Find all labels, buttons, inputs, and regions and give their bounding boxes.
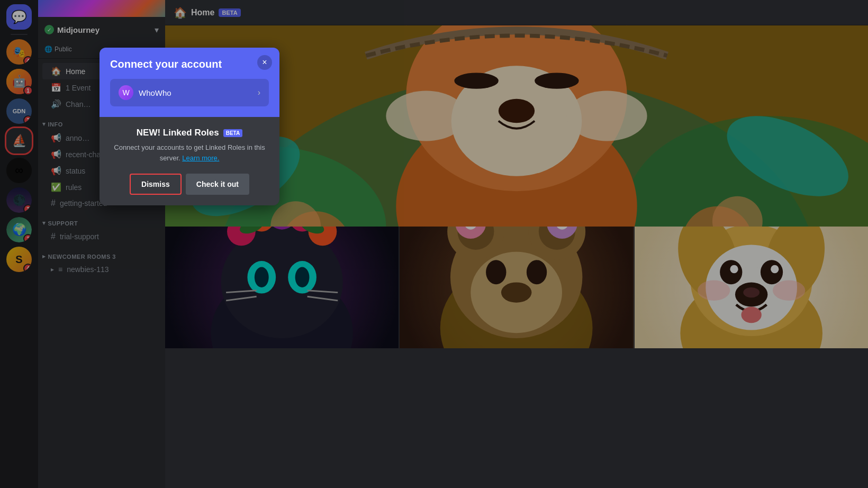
svg-point-19 xyxy=(567,91,647,141)
connect-account-modal: Connect your account × W WhoWho › NEW! L… xyxy=(100,48,279,205)
server-badge-2: 1 xyxy=(23,86,33,95)
whowho-icon: W xyxy=(119,85,133,100)
beta-badge-header: BETA xyxy=(219,8,240,17)
svg-point-80 xyxy=(743,287,760,297)
modal-buttons: Dismiss Check it out xyxy=(110,174,269,195)
channel-trial-support[interactable]: # trial-support xyxy=(42,229,161,245)
server-icon-earth[interactable]: 🌍 2 xyxy=(6,217,32,242)
sidebar-divider xyxy=(11,34,28,35)
svg-point-15 xyxy=(454,73,498,88)
server-badge-gdn: 2 xyxy=(23,115,32,124)
server-badge-yellow: 4 xyxy=(23,264,32,272)
channel-label-newbies: newbies-113 xyxy=(67,265,108,274)
server-icon-infinity[interactable]: ∞ xyxy=(6,158,32,183)
server-sidebar: 💬 🎭 4 🤖 1 GDN 2 ⛵ ∞ 🌑 3 🌍 2 xyxy=(0,0,38,488)
learn-more-link[interactable]: Learn more. xyxy=(182,154,219,162)
linked-roles-title: NEW! Linked Roles BETA xyxy=(110,128,269,138)
account-name: WhoWho xyxy=(139,88,171,97)
svg-point-75 xyxy=(720,260,742,284)
server-header[interactable]: ✓ Midjourney ▾ xyxy=(38,17,165,42)
channel-header: 🏠 Home BETA xyxy=(165,0,868,25)
dropdown-icon[interactable]: ▾ xyxy=(155,25,159,35)
events-channel-icon: 📅 xyxy=(51,83,61,93)
channel-label-announce: anno… xyxy=(66,134,89,142)
getting-started-icon: # xyxy=(51,198,56,208)
channel-label-events: 1 Event xyxy=(66,84,91,92)
modal-close-button[interactable]: × xyxy=(257,55,272,70)
svg-point-18 xyxy=(386,91,466,141)
account-arrow: › xyxy=(258,88,260,97)
svg-point-17 xyxy=(499,99,535,123)
channels-icon: 🔊 xyxy=(51,99,61,109)
linked-roles-beta-badge: BETA xyxy=(223,129,242,137)
status-icon: 📢 xyxy=(51,166,61,176)
server-icon-sailboat[interactable]: ⛵ xyxy=(6,128,32,153)
rules-icon: ✅ xyxy=(51,182,61,192)
svg-point-33 xyxy=(295,267,310,287)
home-icon: 🏠 xyxy=(174,6,187,19)
category-label-newcomer: NEWCOMER ROOMS 3 xyxy=(48,254,116,260)
linked-roles-description: Connect your accounts to get Linked Role… xyxy=(110,142,269,163)
svg-point-83 xyxy=(773,281,805,301)
server-icon-1[interactable]: 🎭 4 xyxy=(6,39,32,65)
newbies-channel-icon: ≡ xyxy=(58,265,62,274)
channel-header-name: Home xyxy=(191,8,214,17)
server-icon-yellow[interactable]: S 4 xyxy=(6,247,32,272)
verified-icon: ✓ xyxy=(44,25,54,34)
bottom-image-3 xyxy=(635,227,868,348)
category-label-info: INFO xyxy=(48,121,63,128)
svg-point-32 xyxy=(255,267,269,287)
account-row-left: W WhoWho xyxy=(119,85,171,100)
server-badge-1: 4 xyxy=(23,56,32,65)
trial-support-icon: # xyxy=(51,232,56,241)
channel-newbies-113[interactable]: ▸ ≡ newbies-113 xyxy=(42,262,161,277)
account-row-whowho[interactable]: W WhoWho › xyxy=(110,79,269,106)
svg-point-78 xyxy=(771,265,779,273)
modal-title: Connect your account xyxy=(110,58,269,70)
announce-icon: 📢 xyxy=(51,133,61,143)
svg-point-82 xyxy=(698,281,730,301)
svg-point-16 xyxy=(535,73,578,88)
modal-bottom-section: NEW! Linked Roles BETA Connect your acco… xyxy=(100,117,279,205)
svg-point-81 xyxy=(741,306,761,323)
svg-point-77 xyxy=(730,265,738,273)
category-chevron-newcomer: ▸ xyxy=(42,253,46,260)
channel-label-home: Home xyxy=(66,67,85,76)
server-icon-2[interactable]: 🤖 1 xyxy=(6,69,32,94)
server-name: Midjourney xyxy=(57,25,151,34)
modal-top-section: Connect your account × W WhoWho › xyxy=(100,48,279,117)
channel-label-channels: Chan… xyxy=(66,100,91,109)
channel-label-status: status xyxy=(66,167,85,175)
svg-point-76 xyxy=(761,260,783,284)
server-badge-earth: 2 xyxy=(23,234,32,242)
server-badge-space: 3 xyxy=(23,204,32,213)
svg-point-54 xyxy=(486,260,506,284)
channel-label-trial-support: trial-support xyxy=(60,232,99,241)
category-newcomer[interactable]: ▸ NEWCOMER ROOMS 3 xyxy=(38,245,165,262)
dismiss-button[interactable]: Dismiss xyxy=(130,174,182,195)
channel-label-rules: rules xyxy=(66,183,82,192)
check-it-out-button[interactable]: Check it out xyxy=(186,174,249,195)
svg-point-56 xyxy=(501,282,532,302)
recent-changes-icon: 📢 xyxy=(51,149,61,159)
newbies-expand-icon: ▸ xyxy=(51,266,54,273)
bottom-image-2 xyxy=(399,227,634,348)
category-chevron-support: ▾ xyxy=(42,220,46,227)
server-icon-space[interactable]: 🌑 3 xyxy=(6,187,32,213)
category-label-support: SUPPORT xyxy=(48,220,78,227)
bottom-image-1 xyxy=(165,227,399,348)
category-chevron-info: ▾ xyxy=(42,121,46,128)
discord-home-icon[interactable]: 💬 xyxy=(6,4,32,30)
home-channel-icon: 🏠 xyxy=(51,66,61,76)
category-support[interactable]: ▾ SUPPORT xyxy=(38,211,165,229)
svg-point-55 xyxy=(527,260,547,284)
image-bottom-row xyxy=(165,227,868,348)
server-icon-gdn[interactable]: GDN 2 xyxy=(6,98,32,124)
